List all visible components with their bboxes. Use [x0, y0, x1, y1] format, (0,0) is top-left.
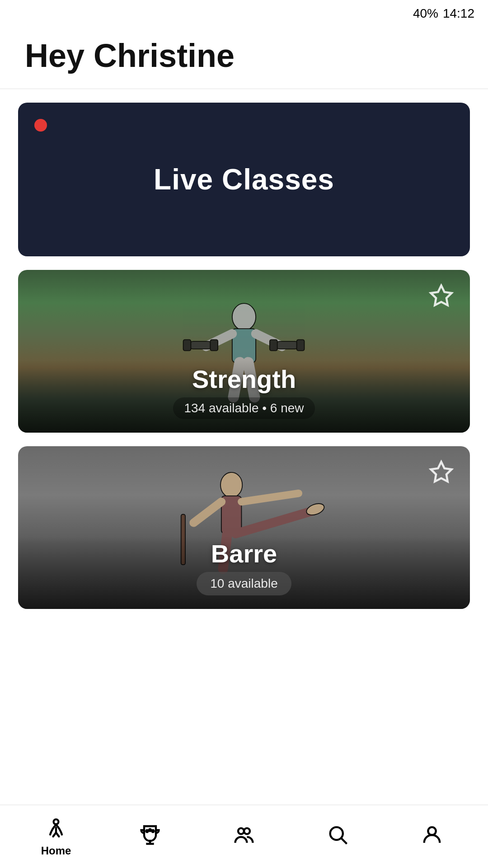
- profile-icon: [420, 822, 445, 847]
- barre-card[interactable]: Barre 10 available: [18, 446, 470, 609]
- svg-rect-9: [297, 340, 305, 351]
- svg-line-16: [241, 494, 298, 502]
- nav-item-search[interactable]: [311, 822, 365, 851]
- status-icons: 40% 14:12: [413, 6, 474, 21]
- svg-rect-7: [276, 342, 299, 349]
- svg-point-28: [428, 827, 436, 835]
- svg-rect-8: [270, 340, 277, 351]
- status-bar: 40% 14:12: [0, 0, 488, 27]
- strength-card[interactable]: Strength 134 available • 6 new: [18, 270, 470, 433]
- svg-rect-3: [189, 342, 212, 349]
- home-label: Home: [41, 844, 71, 857]
- bottom-navigation: Home: [0, 805, 488, 868]
- svg-point-12: [221, 472, 242, 498]
- community-icon: [232, 822, 257, 847]
- svg-rect-4: [183, 340, 191, 351]
- barre-subtitle: 10 available: [197, 572, 291, 595]
- time: 14:12: [443, 6, 474, 21]
- live-classes-title: Live Classes: [154, 163, 334, 196]
- nav-item-profile[interactable]: [405, 822, 459, 851]
- svg-point-22: [149, 829, 151, 831]
- live-indicator-dot: [34, 119, 47, 132]
- nav-item-community[interactable]: [217, 822, 271, 851]
- svg-line-27: [342, 838, 347, 844]
- svg-point-25: [244, 828, 250, 834]
- strength-title: Strength: [192, 364, 296, 394]
- barre-favorite-icon[interactable]: [429, 460, 454, 485]
- strength-subtitle: 134 available • 6 new: [173, 397, 314, 419]
- live-classes-card[interactable]: Live Classes: [18, 103, 470, 256]
- svg-point-23: [152, 830, 154, 832]
- trophy-icon: [138, 822, 163, 847]
- svg-point-20: [54, 819, 59, 824]
- nav-item-home[interactable]: Home: [29, 816, 83, 857]
- nav-item-achievements[interactable]: [123, 822, 177, 851]
- main-content: Live Classes: [0, 89, 488, 681]
- barre-card-content: Barre 10 available: [18, 525, 470, 609]
- header: Hey Christine: [0, 27, 488, 89]
- svg-point-0: [232, 304, 256, 331]
- home-icon: [44, 816, 69, 841]
- svg-line-14: [194, 502, 221, 523]
- svg-point-26: [330, 827, 343, 840]
- strength-card-content: Strength 134 available • 6 new: [18, 351, 470, 433]
- svg-point-21: [146, 830, 148, 832]
- greeting-text: Hey Christine: [25, 36, 463, 75]
- search-icon: [326, 822, 351, 847]
- svg-rect-5: [210, 340, 218, 351]
- strength-favorite-icon[interactable]: [429, 283, 454, 308]
- barre-title: Barre: [211, 539, 277, 568]
- battery-percent: 40%: [413, 6, 438, 21]
